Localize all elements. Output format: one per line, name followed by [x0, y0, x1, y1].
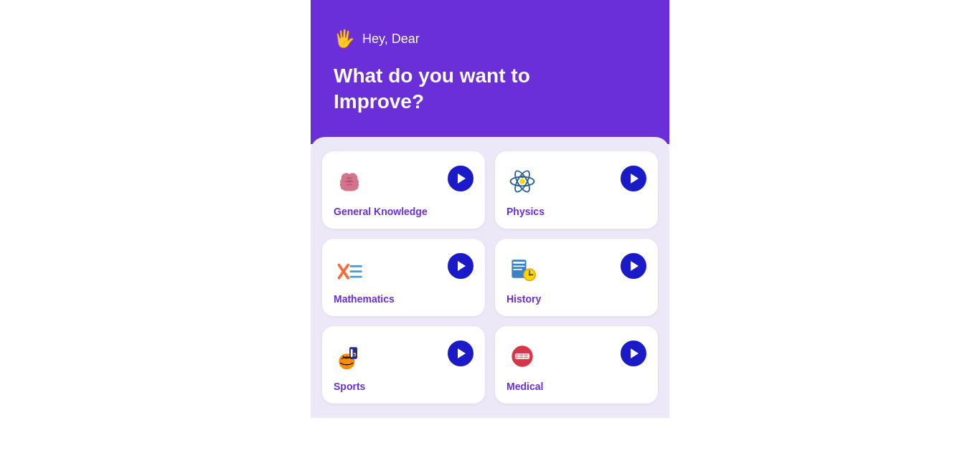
category-grid: General Knowledge Physics: [322, 151, 658, 404]
brain-icon: [334, 166, 365, 197]
app-container: 🖐️ Hey, Dear What do you want to Improve…: [311, 0, 669, 471]
svg-point-6: [521, 176, 524, 179]
card-mathematics[interactable]: Mathematics: [322, 239, 485, 316]
card-sports[interactable]: 5 Sports: [322, 326, 485, 404]
card-top: [334, 166, 473, 197]
play-button-physics[interactable]: [621, 166, 646, 191]
play-button-mathematics[interactable]: [448, 253, 473, 279]
card-label-medical: Medical: [507, 381, 646, 392]
greeting: 🖐️ Hey, Dear: [334, 29, 646, 49]
play-button-history[interactable]: [621, 253, 646, 279]
svg-rect-18: [351, 349, 353, 357]
svg-rect-11: [513, 262, 525, 264]
card-general-knowledge[interactable]: General Knowledge: [322, 151, 485, 229]
svg-point-15: [529, 274, 531, 276]
card-top: [507, 341, 646, 372]
svg-rect-13: [513, 269, 522, 270]
play-button-medical[interactable]: [621, 341, 646, 366]
content-area: General Knowledge Physics: [311, 137, 669, 418]
svg-rect-25: [515, 354, 519, 358]
svg-point-5: [519, 179, 524, 184]
greeting-text: Hey, Dear: [362, 32, 420, 47]
card-history[interactable]: History: [495, 239, 658, 316]
sports-icon: 5: [334, 341, 365, 372]
svg-rect-26: [519, 354, 523, 358]
card-physics[interactable]: Physics: [495, 151, 658, 229]
card-top: [507, 253, 646, 285]
play-button-general-knowledge[interactable]: [448, 166, 473, 191]
card-label-mathematics: Mathematics: [334, 293, 473, 305]
card-medical[interactable]: Medical: [495, 326, 658, 404]
svg-rect-27: [524, 354, 528, 358]
svg-point-1: [348, 180, 351, 183]
card-top: [334, 253, 473, 285]
card-label-history: History: [507, 293, 646, 305]
svg-text:5: 5: [354, 351, 357, 358]
main-title: What do you want to Improve?: [334, 63, 646, 115]
card-label-sports: Sports: [334, 381, 473, 392]
card-label-general-knowledge: General Knowledge: [334, 206, 473, 217]
history-icon: [507, 253, 538, 285]
wave-emoji: 🖐️: [334, 29, 355, 49]
play-button-sports[interactable]: [448, 341, 473, 366]
card-top: 5: [334, 341, 473, 372]
svg-rect-12: [513, 265, 525, 267]
atom-icon: [507, 166, 538, 197]
math-icon: [334, 253, 365, 285]
header: 🖐️ Hey, Dear What do you want to Improve…: [311, 0, 669, 144]
card-label-physics: Physics: [507, 206, 646, 217]
medical-icon: [507, 341, 538, 372]
card-top: [507, 166, 646, 197]
